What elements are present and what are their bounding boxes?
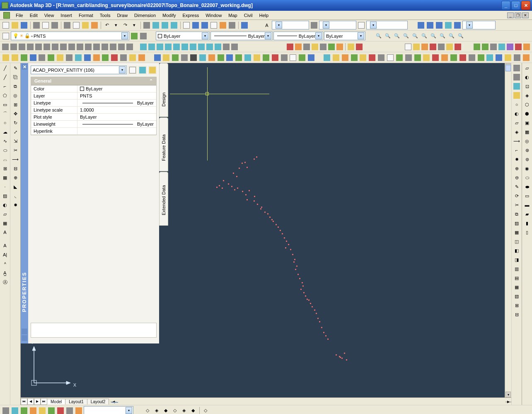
survey-point[interactable] xyxy=(292,254,293,255)
linetype-combo[interactable]: ByLayer▾ xyxy=(210,32,273,40)
r26-icon[interactable]: ▧ xyxy=(513,292,521,300)
survey-point[interactable] xyxy=(305,295,306,297)
survey-point[interactable] xyxy=(247,167,248,168)
map5-icon[interactable] xyxy=(506,43,514,51)
n17-icon[interactable] xyxy=(298,54,306,62)
ucs16-icon[interactable] xyxy=(126,43,133,51)
designcenter-icon[interactable] xyxy=(191,21,200,29)
r23-icon[interactable]: ▥ xyxy=(513,265,521,273)
survey-point[interactable] xyxy=(312,306,313,307)
m5-icon[interactable] xyxy=(38,54,46,62)
prop-row-layer[interactable]: Layer PNTS xyxy=(31,93,156,100)
survey-point[interactable] xyxy=(297,274,299,275)
ws-icon2[interactable] xyxy=(426,21,434,29)
r15-icon[interactable]: ⟳ xyxy=(513,192,521,200)
lay3-icon[interactable] xyxy=(421,43,428,51)
survey-point[interactable] xyxy=(256,156,257,158)
survey-point[interactable] xyxy=(249,190,250,191)
point-icon[interactable]: · xyxy=(1,183,9,191)
toolpalette-icon[interactable] xyxy=(201,21,209,29)
view10-icon[interactable] xyxy=(214,43,222,51)
palette-close-icon[interactable]: ✕ xyxy=(22,64,27,70)
s10-icon[interactable]: ⊛ xyxy=(523,146,531,154)
explode-icon[interactable]: ✸ xyxy=(11,201,19,209)
ucs13-icon[interactable] xyxy=(101,43,109,51)
textstyle-icon[interactable]: A xyxy=(263,21,271,29)
survey-point[interactable] xyxy=(346,359,347,360)
chamfer-icon[interactable]: ◣ xyxy=(11,183,19,191)
sheetset-icon[interactable] xyxy=(210,21,218,29)
layer-states-icon[interactable] xyxy=(139,32,148,40)
zoom8-icon[interactable]: 🔍 xyxy=(438,32,447,40)
m10-icon[interactable] xyxy=(83,54,92,62)
paste-icon[interactable] xyxy=(81,21,89,29)
et8-icon[interactable] xyxy=(347,43,355,51)
survey-point[interactable] xyxy=(273,221,274,222)
r7-icon[interactable]: ▱ xyxy=(513,119,521,127)
ucs8-icon[interactable] xyxy=(60,43,67,51)
n2-icon[interactable] xyxy=(162,54,171,62)
r27-icon[interactable]: ⊞ xyxy=(513,301,521,309)
o8-icon[interactable] xyxy=(386,54,394,62)
extend-icon[interactable]: ⟶ xyxy=(11,155,19,163)
survey-point[interactable] xyxy=(341,358,343,359)
b1-icon[interactable] xyxy=(2,407,10,414)
copy2-icon[interactable]: ⿻ xyxy=(11,73,19,81)
menu-express[interactable]: Express xyxy=(179,12,202,19)
ucs5-icon[interactable] xyxy=(35,43,42,51)
r6-icon[interactable]: ◐ xyxy=(513,110,521,118)
m15-icon[interactable] xyxy=(128,54,137,62)
m4-icon[interactable] xyxy=(29,54,37,62)
m7-icon[interactable] xyxy=(56,54,64,62)
m2-icon[interactable] xyxy=(11,54,19,62)
n16-icon[interactable] xyxy=(289,54,297,62)
o14-icon[interactable] xyxy=(440,54,449,62)
survey-point[interactable] xyxy=(223,180,224,181)
lay5-icon[interactable] xyxy=(438,43,445,51)
polygon-icon[interactable]: ⬠ xyxy=(1,91,9,100)
b11-icon[interactable]: ◈ xyxy=(152,407,161,414)
menu-civil[interactable]: Civil xyxy=(241,12,256,19)
b9-icon[interactable] xyxy=(75,407,83,414)
line-icon[interactable]: ╱ xyxy=(1,64,9,72)
n18-icon[interactable] xyxy=(307,54,315,62)
txt1-icon[interactable]: A xyxy=(1,241,9,250)
ucs3-icon[interactable] xyxy=(18,43,26,51)
map4-icon[interactable] xyxy=(498,43,505,51)
m1-icon[interactable] xyxy=(2,54,10,62)
publish-icon[interactable] xyxy=(51,21,59,29)
survey-point[interactable] xyxy=(222,188,223,189)
palette-pin-icon[interactable] xyxy=(22,329,27,334)
survey-point[interactable] xyxy=(340,357,341,358)
prop-row-plotstyle[interactable]: Plot style ByLayer xyxy=(31,114,156,121)
circle-icon[interactable]: ○ xyxy=(1,119,9,127)
bottom-combo[interactable]: ▾ xyxy=(84,406,133,414)
erase-icon[interactable]: ✎ xyxy=(11,64,19,72)
r14-icon[interactable]: ✎ xyxy=(513,183,521,191)
survey-point[interactable] xyxy=(216,187,218,188)
fillet-icon[interactable]: ◟ xyxy=(11,192,19,200)
s7-icon[interactable]: ▣ xyxy=(523,119,531,127)
zoomprev-icon[interactable] xyxy=(161,21,169,29)
view9-icon[interactable] xyxy=(206,43,213,51)
open-icon[interactable] xyxy=(11,21,19,29)
preview-icon[interactable] xyxy=(41,21,50,29)
region-icon[interactable]: ▱ xyxy=(1,210,9,218)
m9-icon[interactable] xyxy=(74,54,82,62)
n12-icon[interactable] xyxy=(253,54,261,62)
palette-menu-icon[interactable] xyxy=(22,335,27,341)
survey-point[interactable] xyxy=(239,168,240,169)
layer-combo[interactable]: 💡 ☀ 🔓 ▫ PNTS ▾ xyxy=(11,32,129,40)
survey-point[interactable] xyxy=(308,300,310,301)
s9-icon[interactable]: ◎ xyxy=(523,137,531,145)
general-section-header[interactable]: General⌃ xyxy=(31,77,156,85)
menu-window[interactable]: Window xyxy=(202,12,225,19)
b16-icon[interactable]: ◇ xyxy=(201,407,210,414)
mdi-close[interactable]: ✕ xyxy=(522,12,529,18)
tab-layout1[interactable]: Layout1 xyxy=(65,399,87,404)
view4-icon[interactable] xyxy=(164,43,172,51)
scroll-thumb[interactable] xyxy=(505,65,511,71)
n1-icon[interactable] xyxy=(153,54,162,62)
lineweight-combo[interactable]: ByLayer▾ xyxy=(273,32,323,40)
ucs10-icon[interactable] xyxy=(76,43,84,51)
